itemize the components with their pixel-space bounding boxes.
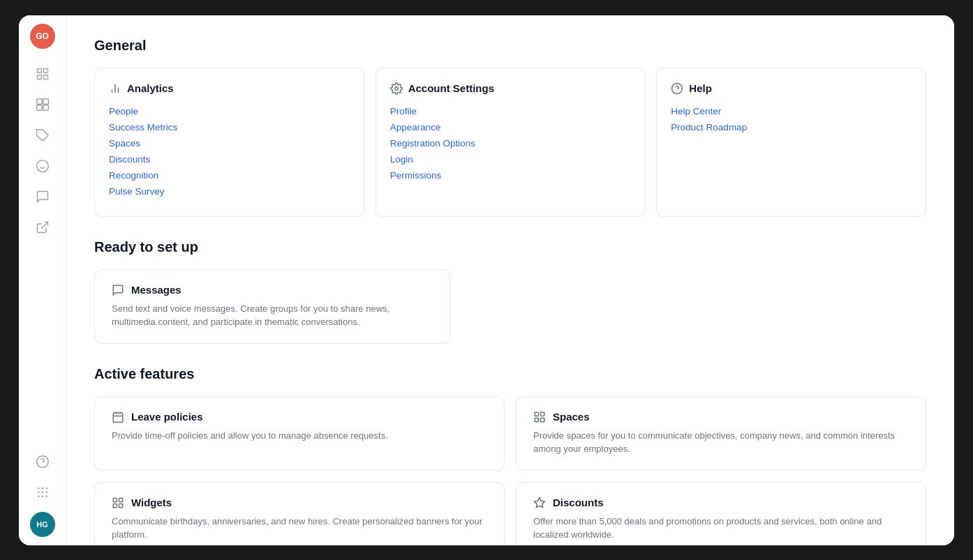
ready-section-title: Ready to set up <box>94 239 926 255</box>
leave-policies-title: Leave policies <box>131 411 203 423</box>
svg-point-17 <box>45 487 47 489</box>
svg-point-9 <box>36 160 48 172</box>
messages-card-header: Messages <box>112 284 433 296</box>
external-link-icon[interactable] <box>29 213 57 241</box>
spaces-header: Spaces <box>533 411 909 423</box>
discounts-header: Discounts <box>533 497 909 509</box>
analytics-link-recognition[interactable]: Recognition <box>109 170 350 181</box>
svg-rect-0 <box>37 68 41 73</box>
svg-rect-34 <box>535 412 538 416</box>
analytics-link-success-metrics[interactable]: Success Metrics <box>109 122 350 133</box>
analytics-title: Analytics <box>127 82 174 94</box>
general-section-title: General <box>94 38 926 54</box>
feature-card-leave-policies: Leave policies Provide time-off policies… <box>94 396 505 471</box>
svg-rect-5 <box>43 98 48 104</box>
leave-policies-header: Leave policies <box>112 411 487 423</box>
messages-title: Messages <box>131 284 181 296</box>
widgets-header: Widgets <box>112 497 487 509</box>
svg-rect-4 <box>36 98 42 104</box>
settings-link-profile[interactable]: Profile <box>390 106 631 116</box>
analytics-icon <box>109 82 121 95</box>
emoji-icon[interactable] <box>29 152 57 180</box>
app-window: GO <box>19 15 954 545</box>
app-logo[interactable]: GO <box>30 24 55 49</box>
svg-point-20 <box>45 491 47 493</box>
settings-link-appearance[interactable]: Appearance <box>390 122 631 133</box>
help-link-center[interactable]: Help Center <box>671 106 912 116</box>
help-card-header: Help <box>671 82 912 95</box>
messages-card: Messages Send text and voice messages. C… <box>94 269 450 344</box>
svg-point-15 <box>37 487 39 489</box>
svg-point-23 <box>45 495 47 497</box>
help-circle-icon <box>671 82 683 95</box>
svg-rect-38 <box>113 498 117 501</box>
svg-rect-36 <box>535 418 538 421</box>
active-features-grid: Leave policies Provide time-off policies… <box>94 396 926 545</box>
svg-line-12 <box>41 222 47 228</box>
svg-rect-41 <box>119 504 123 507</box>
svg-point-21 <box>37 495 39 497</box>
account-settings-title: Account Settings <box>408 82 494 94</box>
spaces-icon <box>533 411 546 423</box>
help-icon[interactable] <box>29 448 57 476</box>
messages-description: Send text and voice messages. Create gro… <box>112 302 433 329</box>
account-settings-card-header: Account Settings <box>390 82 631 95</box>
apps-icon[interactable] <box>29 91 57 119</box>
settings-link-permissions[interactable]: Permissions <box>390 170 631 181</box>
settings-link-registration[interactable]: Registration Options <box>390 138 631 149</box>
widgets-title: Widgets <box>131 497 172 508</box>
calendar-icon <box>112 411 124 423</box>
widgets-icon <box>112 497 124 509</box>
ready-section: Ready to set up Messages Send text and v… <box>94 239 926 344</box>
svg-point-22 <box>41 495 43 497</box>
svg-rect-39 <box>119 498 123 501</box>
svg-point-16 <box>41 487 43 489</box>
analytics-link-spaces[interactable]: Spaces <box>109 138 350 149</box>
svg-point-18 <box>37 491 39 493</box>
active-section: Active features Leave policies Provide t… <box>94 366 926 545</box>
help-card: Help Help Center Product Roadmap <box>656 68 926 217</box>
feature-card-discounts: Discounts Offer more than 5,000 deals an… <box>516 482 926 545</box>
discounts-title: Discounts <box>553 497 604 508</box>
svg-rect-1 <box>43 68 47 73</box>
svg-rect-30 <box>113 413 123 423</box>
svg-rect-35 <box>541 412 544 416</box>
analytics-card-header: Analytics <box>109 82 350 95</box>
tag-icon[interactable] <box>29 121 57 149</box>
chat-icon[interactable] <box>29 183 57 211</box>
dots-grid-icon[interactable] <box>29 478 57 506</box>
analytics-link-pulse-survey[interactable]: Pulse Survey <box>109 186 350 197</box>
active-section-title: Active features <box>94 366 926 382</box>
svg-rect-3 <box>43 75 47 79</box>
svg-point-13 <box>36 455 48 467</box>
settings-link-login[interactable]: Login <box>390 154 631 165</box>
discounts-icon <box>533 497 546 509</box>
main-content: General Analytics People Success Metrics… <box>66 15 954 545</box>
svg-point-27 <box>394 86 398 90</box>
spaces-desc: Provide spaces for you to communicate ob… <box>533 429 909 456</box>
help-link-roadmap[interactable]: Product Roadmap <box>671 122 912 133</box>
help-title: Help <box>689 82 712 94</box>
user-avatar[interactable]: HG <box>30 512 55 537</box>
analytics-link-discounts[interactable]: Discounts <box>109 154 350 165</box>
settings-icon <box>390 82 403 95</box>
messages-icon <box>112 284 124 296</box>
svg-rect-37 <box>541 418 544 421</box>
widgets-desc: Communicate birthdays, anniversaries, an… <box>112 515 487 542</box>
svg-rect-7 <box>43 105 48 110</box>
svg-rect-40 <box>113 504 117 507</box>
svg-rect-6 <box>36 105 42 110</box>
sidebar: GO <box>19 15 66 545</box>
general-grid: Analytics People Success Metrics Spaces … <box>94 68 926 217</box>
leave-policies-desc: Provide time-off policies and allow you … <box>112 429 487 443</box>
feature-card-widgets: Widgets Communicate birthdays, anniversa… <box>94 482 505 545</box>
spaces-title: Spaces <box>553 411 590 423</box>
discounts-desc: Offer more than 5,000 deals and promotio… <box>533 515 909 542</box>
svg-rect-2 <box>37 75 41 79</box>
account-settings-card: Account Settings Profile Appearance Regi… <box>376 68 646 217</box>
svg-point-19 <box>41 491 43 493</box>
grid-icon[interactable] <box>29 60 57 88</box>
analytics-link-people[interactable]: People <box>109 106 350 116</box>
feature-card-spaces: Spaces Provide spaces for you to communi… <box>516 396 926 471</box>
analytics-card: Analytics People Success Metrics Spaces … <box>94 68 364 217</box>
